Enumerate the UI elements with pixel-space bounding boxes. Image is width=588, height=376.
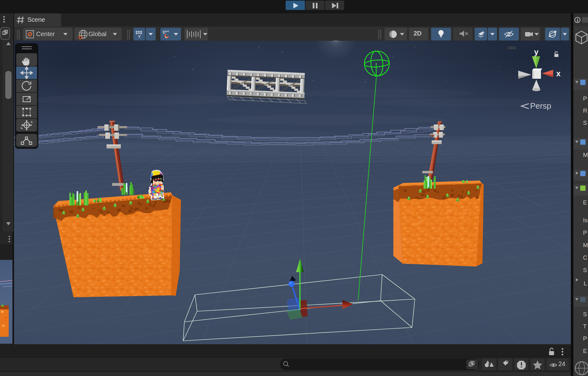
svg-text:Y: Y <box>138 34 141 39</box>
svg-text:y: y <box>534 48 538 56</box>
svg-text:Persp: Persp <box>530 101 551 110</box>
svg-text:x: x <box>556 69 561 78</box>
